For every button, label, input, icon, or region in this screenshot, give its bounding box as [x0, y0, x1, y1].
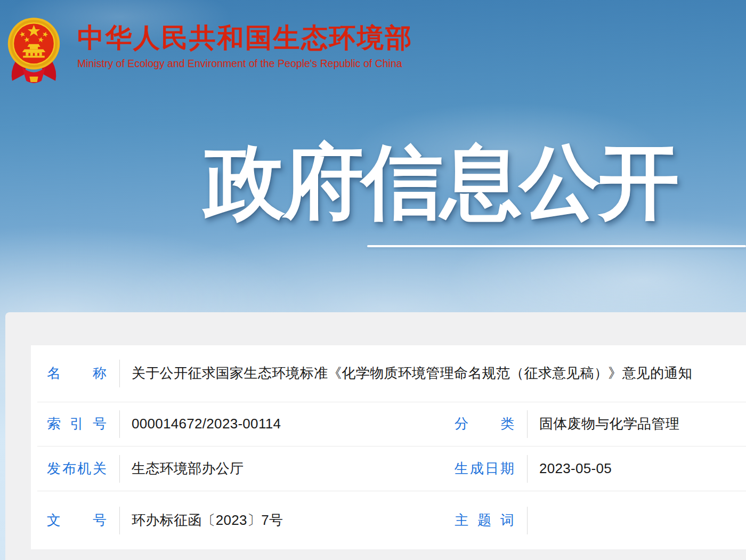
field-index-number: 索引号 000014672/2023-00114 [37, 410, 445, 438]
banner-title: 政府信息公开 [204, 137, 677, 226]
field-value: 关于公开征求国家生态环境标准《化学物质环境管理命名规范（征求意见稿）》意见的通知 [132, 364, 692, 383]
field-value: 000014672/2023-00114 [132, 415, 281, 433]
field-category: 分类 固体废物与化学品管理 [445, 410, 746, 438]
table-row-name: 名称 关于公开征求国家生态环境标准《化学物质环境管理命名规范（征求意见稿）》意见… [37, 345, 746, 402]
field-label: 文号 [47, 512, 107, 530]
info-card: 名称 关于公开征求国家生态环境标准《化学物质环境管理命名规范（征求意见稿）》意见… [31, 345, 746, 549]
field-value: 环办标征函〔2023〕7号 [132, 511, 283, 530]
field-issue-date: 生成日期 2023-05-05 [445, 455, 746, 483]
field-name: 名称 关于公开征求国家生态环境标准《化学物质环境管理命名规范（征求意见稿）》意见… [37, 360, 692, 387]
site-header: 中华人民共和国生态环境部 Ministry of Ecology and Env… [77, 25, 413, 69]
banner-underline [367, 245, 746, 247]
field-divider [119, 455, 120, 483]
field-label: 发布机关 [47, 460, 107, 478]
field-issuing-agency: 发布机关 生态环境部办公厅 [37, 455, 445, 483]
field-value: 生态环境部办公厅 [132, 459, 244, 478]
table-row-index: 索引号 000014672/2023-00114 分类 固体废物与化学品管理 [37, 402, 746, 447]
field-value: 2023-05-05 [539, 459, 612, 478]
field-value: 固体废物与化学品管理 [539, 415, 679, 433]
field-divider [527, 507, 528, 534]
field-label: 索引号 [47, 415, 107, 433]
field-label: 主题词 [455, 512, 514, 530]
field-divider [119, 410, 120, 438]
field-document-number: 文号 环办标征函〔2023〕7号 [37, 507, 445, 534]
content-panel: 名称 关于公开征求国家生态环境标准《化学物质环境管理命名规范（征求意见稿）》意见… [5, 312, 746, 560]
field-subject-words: 主题词 [445, 507, 746, 534]
field-divider [527, 455, 528, 483]
table-row-docnumber: 文号 环办标征函〔2023〕7号 主题词 [37, 491, 746, 549]
field-divider [119, 507, 120, 534]
site-title: 中华人民共和国生态环境部 [77, 25, 413, 51]
site-subtitle: Ministry of Ecology and Environment of t… [77, 59, 413, 69]
china-national-emblem-icon [6, 13, 61, 86]
field-label: 分类 [455, 415, 514, 433]
field-label: 名称 [47, 364, 107, 383]
field-divider [119, 360, 120, 387]
table-row-issuer: 发布机关 生态环境部办公厅 生成日期 2023-05-05 [37, 447, 746, 491]
field-divider [527, 410, 528, 438]
field-label: 生成日期 [455, 460, 514, 478]
